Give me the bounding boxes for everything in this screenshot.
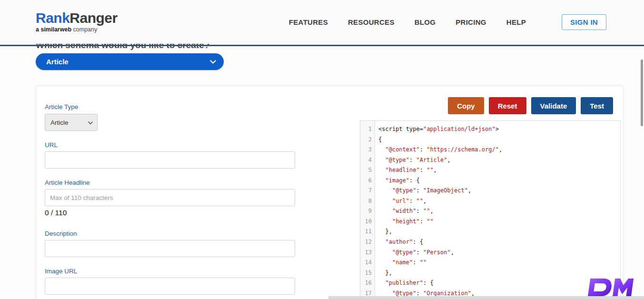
line-number: 16 xyxy=(360,278,372,289)
line-number: 3 xyxy=(360,145,372,155)
site-header: RankRanger a similarweb company FEATURES… xyxy=(0,0,644,44)
code-line: "image": { xyxy=(378,176,620,186)
sign-in-button[interactable]: SIGN IN xyxy=(562,14,606,30)
line-number: 8 xyxy=(360,196,372,207)
line-number: 15 xyxy=(360,268,372,279)
code-line: "name": "" xyxy=(378,258,620,268)
headline-label: Article Headline xyxy=(45,179,90,186)
line-number: 11 xyxy=(360,227,372,237)
brand-rank: Rank xyxy=(36,10,69,26)
nav-item-help[interactable]: HELP xyxy=(506,18,526,26)
line-number: 14 xyxy=(360,258,372,268)
validate-button[interactable]: Validate xyxy=(531,97,576,114)
line-number: 7 xyxy=(360,186,372,196)
url-label: URL xyxy=(45,141,58,149)
code-line: "author": { xyxy=(378,237,620,248)
brand-tagline: a similarweb company xyxy=(36,27,118,33)
brand-logo[interactable]: RankRanger a similarweb company xyxy=(36,11,118,33)
nav-item-blog[interactable]: BLOG xyxy=(415,18,436,26)
brand-ranger: Ranger xyxy=(69,10,117,26)
line-number: 12 xyxy=(360,237,372,248)
schema-type-dropdown[interactable]: Article xyxy=(36,53,224,70)
line-number: 1 xyxy=(360,124,372,135)
copy-button[interactable]: Copy xyxy=(448,97,484,114)
page: Which schema would you like to create? R… xyxy=(0,0,644,299)
article-type-select[interactable]: Article xyxy=(45,114,98,131)
description-label: Description xyxy=(45,230,77,237)
code-line: "@type": "Person", xyxy=(378,248,620,258)
image-url-label: Image URL xyxy=(45,268,77,275)
nav-item-resources[interactable]: RESOURCES xyxy=(348,18,395,26)
code-line: "height": "" xyxy=(378,217,620,227)
code-editor[interactable]: 1234567891011121314151617 <script type="… xyxy=(360,120,621,299)
headline-input[interactable] xyxy=(45,189,295,206)
header-bottom-border xyxy=(0,45,644,46)
line-number: 9 xyxy=(360,206,372,217)
line-number: 6 xyxy=(360,176,372,186)
code-line: "width": "", xyxy=(378,206,620,217)
image-url-input[interactable] xyxy=(45,278,295,295)
chevron-down-icon xyxy=(210,58,216,66)
line-number: 2 xyxy=(360,135,372,145)
code-line: "headline": "", xyxy=(378,165,620,176)
test-button[interactable]: Test xyxy=(581,97,613,114)
nav-item-features[interactable]: FEATURES xyxy=(289,18,328,26)
scrollbar-thumb[interactable] xyxy=(641,60,643,126)
schema-type-selected-value: Article xyxy=(46,58,210,66)
main-nav: FEATURES RESOURCES BLOG PRICING HELP SIG… xyxy=(289,14,606,30)
code-line: "@type": "ImageObject", xyxy=(378,186,620,196)
headline-counter: 0 / 110 xyxy=(45,209,67,217)
form-panel: Copy Reset Validate Test Article Type Ar… xyxy=(36,86,624,299)
code-line: "@type": "Article", xyxy=(378,155,620,166)
article-type-label: Article Type xyxy=(45,103,78,110)
editor-gutter: 1234567891011121314151617 xyxy=(360,121,375,299)
code-line: { xyxy=(378,135,620,145)
line-number: 10 xyxy=(360,217,372,227)
code-line: "@context": "https://schema.org/", xyxy=(378,145,620,155)
line-number: 13 xyxy=(360,248,372,258)
code-line: "url": "", xyxy=(378,196,620,207)
reset-button[interactable]: Reset xyxy=(489,97,526,114)
line-number: 4 xyxy=(360,155,372,166)
page-scrollbar[interactable] xyxy=(640,46,644,299)
description-input[interactable] xyxy=(45,240,295,257)
chevron-down-icon xyxy=(88,118,93,127)
url-input[interactable] xyxy=(45,151,295,169)
article-type-selected-value: Article xyxy=(50,119,88,126)
line-number: 5 xyxy=(360,165,372,176)
brand-wordmark: RankRanger xyxy=(36,11,118,25)
code-line: }, xyxy=(378,227,620,237)
code-line: <script type="application/ld+json"> xyxy=(378,124,620,135)
nav-item-pricing[interactable]: PRICING xyxy=(456,18,486,26)
editor-toolbar: Copy Reset Validate Test xyxy=(448,97,613,114)
dm-logo-watermark xyxy=(584,272,642,299)
